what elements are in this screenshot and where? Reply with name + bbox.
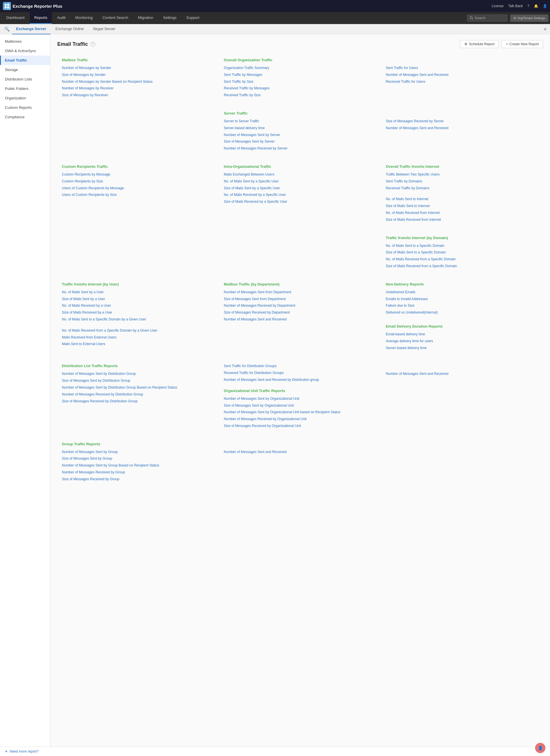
report-link[interactable]: Size of Mails Sent by a Specific User — [224, 186, 377, 191]
nav-tab-migration[interactable]: Migration — [133, 12, 158, 24]
report-link[interactable]: Sent Traffic by Messages — [224, 72, 377, 77]
sidebar-item-public-folders[interactable]: Public Folders — [0, 84, 50, 93]
report-link[interactable]: Mails Received from External Users — [62, 335, 214, 340]
report-link[interactable]: Number of Messages by Sender Based on Re… — [62, 79, 214, 84]
create-report-button[interactable]: + Create New Report — [502, 40, 543, 48]
sidebar-item-email-traffic[interactable]: Email Traffic — [0, 56, 50, 65]
report-link[interactable]: Server-based delivery time — [224, 126, 377, 131]
report-link[interactable]: Size of Messages Sent by Group — [62, 456, 214, 461]
report-link[interactable]: Size of Mails Sent by a User — [62, 297, 214, 302]
schedule-report-button[interactable]: ⚙ Schedule Report — [460, 40, 499, 48]
sub-nav-exchange-online[interactable]: Exchange Online — [52, 24, 88, 34]
page-help-icon[interactable]: ? — [90, 42, 95, 47]
report-link[interactable]: Size of Messages by Sender — [62, 72, 214, 77]
report-link[interactable]: No. of Mails Received by a User — [62, 303, 214, 308]
report-link[interactable]: No. of Mails Sent by a Specific User — [224, 179, 377, 184]
report-link[interactable]: Number of Messages Sent by Group — [62, 450, 214, 454]
report-link[interactable]: Sent Traffic by Size — [224, 79, 377, 84]
report-link[interactable]: Number of Messages Received by Server — [224, 146, 377, 151]
report-link[interactable]: Mails Sent to External Users — [62, 342, 214, 347]
report-link[interactable]: Size of Messages Sent by Distribution Gr… — [62, 378, 214, 383]
report-link[interactable]: Number of Messages Sent and Received by … — [224, 377, 377, 382]
report-link[interactable]: Emails to Invalid Addresses — [386, 297, 539, 302]
report-link[interactable]: Number of Messages by Receiver — [62, 86, 214, 91]
report-link[interactable]: Server to Server Traffic — [224, 119, 377, 124]
report-link[interactable]: Number of Messages Received by Distribut… — [62, 392, 214, 397]
report-link[interactable]: Sent Traffic for Users — [386, 66, 539, 70]
report-link[interactable]: Received Traffic for Distribution Groups — [224, 371, 377, 375]
report-link[interactable]: Number of Messages by Sender — [62, 66, 214, 70]
report-link[interactable]: Users of Custom Recipients by Message — [62, 186, 214, 191]
need-report-text[interactable]: Need more report? — [10, 749, 39, 753]
report-link[interactable]: Size of Messages Received by Group — [62, 477, 214, 482]
report-link[interactable]: No. of Mails Received from Internet — [386, 210, 539, 215]
report-link[interactable]: No. of Mails Received from a Specific Do… — [386, 257, 539, 262]
report-link[interactable]: Size of Messages Sent by Organizational … — [224, 403, 377, 408]
report-link[interactable]: Users of Custom Recipients by Size — [62, 192, 214, 197]
report-link[interactable]: Mails Exchanged Between Users — [224, 172, 377, 177]
report-link[interactable]: Number of Messages Sent by Organizationa… — [224, 396, 377, 401]
sidebar-item-compliance[interactable]: Compliance — [0, 112, 50, 122]
nav-tab-content-search[interactable]: Content Search — [98, 12, 133, 24]
nav-tab-settings[interactable]: Settings — [158, 12, 181, 24]
report-link[interactable]: Number of Messages Received by Departmen… — [224, 303, 377, 308]
report-link[interactable]: Organization Traffic Summary — [224, 66, 377, 70]
report-link[interactable]: Size of Messages by Receiver — [62, 93, 214, 98]
report-link[interactable]: Number of Messages Sent from Department — [224, 290, 377, 295]
nav-tab-dashboard[interactable]: Dashboard — [2, 12, 29, 24]
report-link[interactable]: No. of Mails Sent to a Specific Domain b… — [62, 317, 214, 322]
report-link[interactable]: Size of Messages Received by Organizatio… — [224, 424, 377, 428]
report-link[interactable]: Size of Mails Sent to a Specific Domain — [386, 250, 539, 255]
sidebar-item-custom-reports[interactable]: Custom Reports — [0, 103, 50, 112]
report-link[interactable]: Custom Recipients by Size — [62, 179, 214, 184]
report-link[interactable]: No. of Mails Sent by a User — [62, 290, 214, 295]
report-link[interactable]: Number of Messages Sent by Organizationa… — [224, 410, 377, 415]
sidebar-item-distribution-lists[interactable]: Distribution Lists — [0, 74, 50, 84]
report-link[interactable]: Traffic Between Two Specific Users — [386, 172, 539, 177]
sidebar-item-organization[interactable]: Organization — [0, 93, 50, 103]
report-link[interactable]: Number of Messages Sent by Server — [224, 133, 377, 137]
report-link[interactable]: Size of Messages Received by Server — [386, 119, 539, 124]
report-link[interactable]: Number of Messages Received by Group — [62, 470, 214, 475]
user-icon[interactable]: 👤 — [543, 4, 547, 8]
report-link[interactable]: Size of Messages Received by Department — [224, 310, 377, 315]
report-link[interactable]: Received Traffic by Domains — [386, 186, 539, 191]
report-link[interactable]: Number of Messages Sent and Received — [386, 126, 539, 131]
favorite-star-icon[interactable]: ★ — [543, 26, 547, 32]
report-link[interactable]: Size of Mails Received by a Specific Use… — [224, 199, 377, 204]
report-link[interactable]: No. of Mails Sent to Internet — [386, 197, 539, 202]
nav-tab-audit[interactable]: Audit — [52, 12, 70, 24]
user-avatar[interactable]: 👤 — [535, 743, 545, 753]
report-link[interactable]: Number of Messages Sent and Received — [386, 72, 539, 77]
sub-nav-search-icon[interactable]: 🔍 — [3, 25, 11, 33]
report-link[interactable]: Sent Traffic by Domains — [386, 179, 539, 184]
sidebar-item-mailboxes[interactable]: Mailboxes — [0, 37, 50, 46]
nav-tab-support[interactable]: Support — [182, 12, 204, 24]
report-link[interactable]: Received Traffic for Users — [386, 79, 539, 84]
report-link[interactable]: Number of Messages Received by Organizat… — [224, 417, 377, 422]
report-link[interactable]: Custom Recipients by Message — [62, 172, 214, 177]
report-link[interactable]: Size of Messages Sent from Department — [224, 297, 377, 302]
report-link[interactable]: Size of Mails Sent to Internet — [386, 204, 539, 208]
org-settings-button[interactable]: ⚙ Org/Tenant Settings — [510, 15, 548, 22]
report-link[interactable]: Size of Mails Received from Internet — [386, 217, 539, 222]
license-link[interactable]: License — [492, 4, 504, 8]
report-link[interactable]: Sent Traffic for Distribution Groups — [224, 364, 377, 369]
sub-nav-skype-server[interactable]: Skype Server — [89, 24, 119, 34]
report-link[interactable]: Server-based delivery time — [386, 346, 539, 351]
report-link[interactable]: Number of Messages Sent and Received — [224, 317, 377, 322]
report-link[interactable]: Failure due to Size — [386, 303, 539, 308]
report-link[interactable]: No. of Mails Received by a Specific User — [224, 192, 377, 197]
report-link[interactable]: Received Traffic by Size — [224, 93, 377, 98]
report-link[interactable]: No. of Mails Sent to a Specific Domain — [386, 243, 539, 248]
report-link[interactable]: Size of Mails Received from a Specific D… — [386, 264, 539, 269]
report-link[interactable]: Size of Mails Received by a User — [62, 310, 214, 315]
search-box[interactable] — [467, 15, 507, 21]
search-input[interactable] — [475, 16, 503, 20]
report-link[interactable]: No. of Mails Received from a Specific Do… — [62, 328, 214, 333]
sub-nav-exchange-server[interactable]: Exchange Server — [12, 24, 50, 34]
talk-back-link[interactable]: Talk Back — [508, 4, 523, 8]
report-link[interactable]: Email-based delivery time — [386, 332, 539, 337]
notification-icon[interactable]: 🔔 — [534, 4, 538, 8]
nav-tab-reports[interactable]: Reports — [30, 12, 52, 24]
